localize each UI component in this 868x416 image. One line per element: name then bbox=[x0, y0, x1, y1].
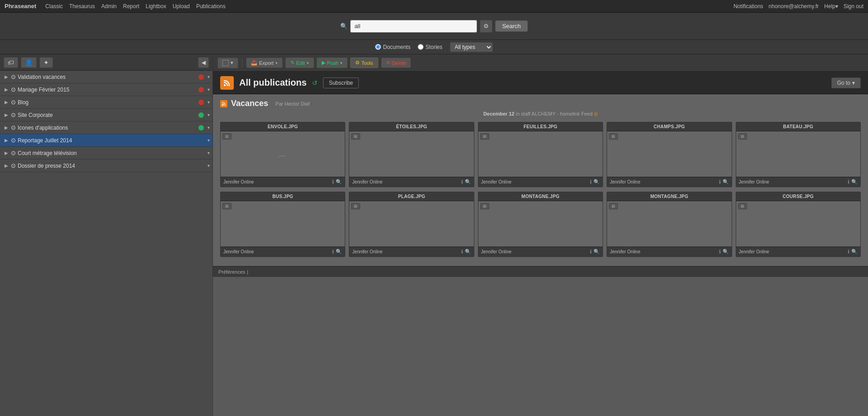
zoom-icon[interactable]: 🔍 bbox=[465, 179, 471, 185]
zoom-icon[interactable]: 🔍 bbox=[336, 249, 342, 255]
info-icon[interactable]: ℹ bbox=[461, 179, 463, 185]
sidebar-toolbar: 🏷 👤 ✦ ◀ bbox=[0, 54, 212, 71]
image-thumbnail: ⊞ bbox=[736, 131, 860, 177]
nav-upload[interactable]: Upload bbox=[173, 3, 190, 10]
sidebar-tag-button[interactable]: 🏷 bbox=[4, 57, 18, 68]
image-card-envole[interactable]: ENVOLE.JPG ⊞ Jennifer Online bbox=[220, 122, 345, 187]
documents-radio[interactable] bbox=[375, 44, 381, 50]
signout-link[interactable]: Sign out bbox=[844, 3, 863, 10]
info-icon[interactable]: ℹ bbox=[719, 249, 721, 255]
dropdown-arrow-icon: ▾ bbox=[207, 100, 210, 105]
search-button[interactable]: Search bbox=[495, 20, 527, 32]
delete-label: Delete bbox=[392, 60, 406, 66]
nav-lightbox[interactable]: Lightbox bbox=[146, 3, 166, 10]
sidebar-collapse-button[interactable]: ◀ bbox=[198, 57, 209, 68]
image-owner: Jennifer Online bbox=[352, 249, 461, 254]
image-filename: CHAMPS.JPG bbox=[607, 122, 731, 131]
content-toolbar: ▾ 📤 Export ▾ ✎ Edit ▾ ▶ Push ▾ ⚙ Tools bbox=[213, 54, 868, 72]
sidebar-star-button[interactable]: ✦ bbox=[39, 57, 53, 68]
info-icon[interactable]: ℹ bbox=[848, 249, 849, 255]
zoom-icon[interactable]: 🔍 bbox=[723, 249, 729, 255]
nav-admin[interactable]: Admin bbox=[101, 3, 116, 10]
sidebar-item-label: Reportage Juillet 2014 bbox=[18, 137, 206, 144]
delete-button[interactable]: ✕ Delete bbox=[381, 58, 411, 68]
nav-thesaurus[interactable]: Thesaurus bbox=[69, 3, 95, 10]
nav-report[interactable]: Report bbox=[123, 3, 139, 10]
info-icon[interactable]: ℹ bbox=[461, 249, 463, 255]
image-card-feuilles[interactable]: FEUILLES.JPG ⊞ Jennifer Online ℹ 🔍 bbox=[478, 122, 603, 187]
notifications-link[interactable]: Notifications bbox=[733, 3, 763, 10]
image-card-montagne1[interactable]: MONTAGNE.JPG ⊞ Jennifer Online ℹ 🔍 bbox=[478, 192, 603, 257]
sidebar-item-site-corporate[interactable]: ▶ ⊙ Site Corporate ▾ bbox=[0, 109, 212, 121]
sidebar-user-button[interactable]: 👤 bbox=[21, 57, 37, 68]
sidebar-item-blog[interactable]: ▶ ⊙ Blog ▾ bbox=[0, 96, 212, 109]
sidebar-item-reportage[interactable]: ▶ ⊙ Reportage Juillet 2014 ▾ bbox=[0, 134, 212, 147]
rss-icon bbox=[220, 76, 234, 90]
stories-radio[interactable] bbox=[418, 44, 424, 50]
content-area: ▾ 📤 Export ▾ ✎ Edit ▾ ▶ Push ▾ ⚙ Tools bbox=[213, 54, 868, 416]
sidebar-item-mariage[interactable]: ▶ ⊙ Mariage Février 2015 ▾ bbox=[0, 83, 212, 96]
expand-arrow-icon: ▶ bbox=[5, 87, 9, 92]
search-settings-button[interactable]: ⚙ bbox=[480, 20, 492, 33]
select-checkbox-button[interactable]: ▾ bbox=[217, 58, 238, 68]
export-button[interactable]: 📤 Export ▾ bbox=[246, 58, 283, 68]
image-owner: Jennifer Online bbox=[223, 249, 332, 254]
image-badge: ⊞ bbox=[351, 203, 360, 209]
image-filename: PLAGE.JPG bbox=[349, 192, 473, 201]
expand-arrow-icon: ▶ bbox=[5, 150, 9, 155]
type-select[interactable]: All types Images Videos Audio Documents bbox=[450, 42, 493, 52]
search-input[interactable] bbox=[350, 20, 477, 33]
image-card-course[interactable]: COURSE.JPG ⊞ Jennifer Online ℹ 🔍 bbox=[736, 192, 861, 257]
nav-publications[interactable]: Publications bbox=[196, 3, 226, 10]
sidebar-item-court-metrage[interactable]: ▶ ⊙ Court métrage télévision ▾ bbox=[0, 147, 212, 160]
info-icon[interactable]: ℹ bbox=[590, 179, 592, 185]
push-button[interactable]: ▶ Push ▾ bbox=[317, 58, 347, 68]
info-icon[interactable]: ℹ bbox=[719, 179, 721, 185]
edit-button[interactable]: ✎ Edit ▾ bbox=[285, 58, 314, 68]
nav-classic[interactable]: Classic bbox=[45, 3, 63, 10]
brand-logo: Phraseanet bbox=[5, 3, 36, 10]
info-icon[interactable]: ℹ bbox=[332, 249, 334, 255]
zoom-icon[interactable]: 🔍 bbox=[336, 179, 342, 185]
zoom-icon[interactable]: 🔍 bbox=[723, 179, 729, 185]
main-container: 🏷 👤 ✦ ◀ ▶ ⊙ Validation vacances ▾ ▶ ⊙ Ma… bbox=[0, 54, 868, 416]
subscribe-button[interactable]: Subscribe bbox=[323, 77, 359, 88]
info-icon[interactable]: ℹ bbox=[848, 179, 849, 185]
sidebar-item-dossier[interactable]: ▶ ⊙ Dossier de presse 2014 ▾ bbox=[0, 160, 212, 172]
badge-red bbox=[198, 87, 204, 92]
image-card-bus[interactable]: BUS.JPG ⊞ Jennifer Online ℹ 🔍 bbox=[220, 192, 345, 257]
help-link[interactable]: Help▾ bbox=[824, 3, 838, 10]
tools-button[interactable]: ⚙ Tools bbox=[350, 58, 378, 68]
image-thumbnail: ⊞ bbox=[607, 131, 731, 177]
zoom-icon[interactable]: 🔍 bbox=[465, 249, 471, 255]
goto-button[interactable]: Go to ▾ bbox=[831, 77, 861, 88]
preferences-link[interactable]: Préférences bbox=[218, 269, 245, 275]
image-footer: Jennifer Online ℹ 🔍 bbox=[607, 177, 731, 187]
image-card-plage[interactable]: PLAGE.JPG ⊞ Jennifer Online ℹ 🔍 bbox=[349, 192, 474, 257]
image-footer: Jennifer Online ℹ 🔍 bbox=[478, 177, 603, 187]
push-icon: ▶ bbox=[322, 60, 325, 66]
sidebar-item-icones[interactable]: ▶ ⊙ Icones d'applications ▾ bbox=[0, 121, 212, 134]
zoom-icon[interactable]: 🔍 bbox=[851, 179, 858, 185]
sidebar-item-validation[interactable]: ▶ ⊙ Validation vacances ▾ bbox=[0, 71, 212, 83]
zoom-icon[interactable]: 🔍 bbox=[593, 249, 600, 255]
image-owner: Jennifer Online bbox=[610, 179, 719, 184]
folder-icon: ⊙ bbox=[11, 162, 16, 169]
documents-radio-label[interactable]: Documents bbox=[375, 44, 410, 50]
image-card-bateau[interactable]: BATEAU.JPG ⊞ Jennifer Online ℹ 🔍 bbox=[736, 122, 861, 187]
checkbox-icon bbox=[222, 60, 229, 66]
user-link[interactable]: nhonore@alchemy.fr bbox=[769, 3, 819, 10]
expand-arrow-icon: ▶ bbox=[5, 100, 9, 105]
push-arrow-icon: ▾ bbox=[340, 61, 342, 65]
info-icon[interactable]: ℹ bbox=[332, 179, 334, 185]
folder-icon: ⊙ bbox=[11, 124, 16, 131]
image-card-champs[interactable]: CHAMPS.JPG ⊞ Jennifer Online ℹ 🔍 bbox=[607, 122, 732, 187]
stories-radio-label[interactable]: Stories bbox=[418, 44, 442, 50]
info-icon[interactable]: ℹ bbox=[590, 249, 592, 255]
refresh-icon[interactable]: ↺ bbox=[312, 79, 318, 87]
image-card-montagne2[interactable]: MONTAGNE.JPG ⊞ Jennifer Online ℹ 🔍 bbox=[607, 192, 732, 257]
zoom-icon[interactable]: 🔍 bbox=[851, 249, 858, 255]
zoom-icon[interactable]: 🔍 bbox=[593, 179, 600, 185]
image-grid-row2: BUS.JPG ⊞ Jennifer Online ℹ 🔍 PLAGE.JPG bbox=[220, 192, 861, 261]
image-card-etoiles[interactable]: ÉTOILES.JPG ⊞ Jennifer Online ℹ 🔍 bbox=[349, 122, 474, 187]
